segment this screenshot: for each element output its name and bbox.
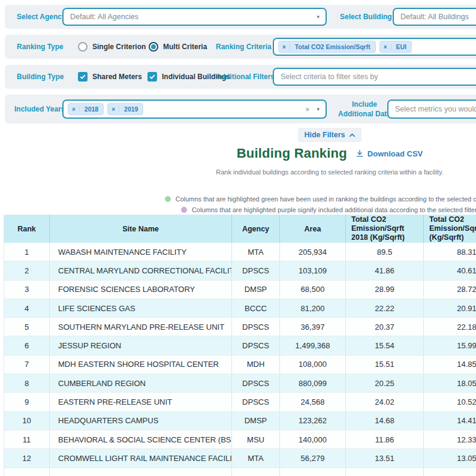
table-cell: 40.61 xyxy=(424,261,476,279)
table-header-row: RankSite NameAgencyAreaTotal CO2 Emissio… xyxy=(4,215,476,243)
table-cell: 1 xyxy=(4,243,50,261)
table-cell: DPSCS xyxy=(232,318,280,336)
tag-pill: ×Total CO2 Emission/Sqrft xyxy=(278,41,376,53)
table-cell: 15.99 xyxy=(424,336,476,354)
table-cell: 4 xyxy=(4,299,50,317)
table-cell: 10 xyxy=(4,412,50,430)
building-select[interactable]: Default: All Buildings xyxy=(393,8,476,26)
tag-remove-icon[interactable]: × xyxy=(108,106,119,113)
legend-dot-icon xyxy=(181,207,187,213)
table-cell: DPSCS xyxy=(232,393,280,411)
ranking-criteria-label: Ranking Criteria xyxy=(216,43,272,51)
tag-remove-icon[interactable]: × xyxy=(279,44,290,50)
included-years-multiselect[interactable]: ×2018×2019 × ▾ xyxy=(62,100,327,119)
filter-bar-agency: Select Agency Default: All Agencies ▾ Se… xyxy=(5,5,476,29)
tag-remove-icon[interactable]: × xyxy=(380,44,391,50)
table-cell: 11.86 xyxy=(346,430,424,448)
table-cell: 88.31 xyxy=(424,243,476,261)
table-cell: CENTRAL MARYLAND CORRECTIONAL FACILITY xyxy=(50,261,232,279)
ranking-criteria-multiselect[interactable]: ×Total CO2 Emission/Sqrft×EUI xyxy=(273,38,476,56)
table-row: 7MDH EASTERN SHORE HOSPITAL CENTERMDH108… xyxy=(4,356,476,374)
table-row: 5SOUTHERN MARYLAND PRE-RELEASE UNITDPSCS… xyxy=(4,318,476,336)
page-subtitle: Rank individual buildings according to s… xyxy=(0,168,476,176)
check-icon xyxy=(149,74,155,80)
table-cell: MTA xyxy=(232,243,280,261)
tag-remove-icon[interactable]: × xyxy=(68,106,80,113)
table-cell: 89.5 xyxy=(346,243,424,261)
agency-select[interactable]: Default: All Agencies ▾ xyxy=(62,8,327,26)
table-header-cell: Total CO2 Emission/Sqrft 2018 (Kg/Sqrft) xyxy=(346,215,424,243)
filter-bar-ranking: Ranking Type Single Criterion Multi Crit… xyxy=(5,35,476,59)
table-row: 1WABASH MAINTENANCE FACILITYMTA205,93489… xyxy=(4,243,476,261)
table-cell: 28.99 xyxy=(346,281,424,299)
table-cell: DPSCS xyxy=(232,261,280,279)
table-header-cell: Area xyxy=(280,215,346,243)
table-cell: 56,279 xyxy=(280,449,346,467)
table-cell: DPSCS xyxy=(232,374,280,392)
tag-pill: ×2018 xyxy=(68,103,104,115)
include-additional-data-input[interactable] xyxy=(387,100,476,119)
table-cell: 103,109 xyxy=(280,261,346,279)
table-cell: CUMBERLAND REGION xyxy=(50,374,232,392)
table-cell: 24.02 xyxy=(346,393,424,411)
table-cell: 22.18 xyxy=(424,318,476,336)
table-cell: MDH EASTERN SHORE HOSPITAL CENTER xyxy=(50,356,232,373)
table-cell xyxy=(232,468,280,476)
table-cell: JESSUP REGION xyxy=(50,336,232,354)
table-header-cell: Agency xyxy=(232,215,280,243)
table-cell: 880,099 xyxy=(280,374,346,392)
additional-filters-input[interactable] xyxy=(273,68,476,86)
table-cell: DMSP xyxy=(232,412,280,430)
table-cell: BEHAVIORAL & SOCIAL SCIENCE CENTER (BSSC… xyxy=(50,430,232,448)
checkbox-shared-meters-label: Shared Meters xyxy=(92,73,142,81)
table-cell: SOUTHERN MARYLAND PRE-RELEASE UNIT xyxy=(50,318,232,336)
table-cell: 123,262 xyxy=(280,412,346,430)
table-cell: 15.54 xyxy=(346,336,424,354)
table-cell: 5 xyxy=(4,318,50,336)
chevron-down-icon[interactable]: ▾ xyxy=(314,106,326,112)
table-cell: 11 xyxy=(4,430,50,448)
table-row: 6JESSUP REGIONDPSCS1,499,36815.5415.99 xyxy=(4,336,476,355)
radio-multi-criteria[interactable] xyxy=(149,42,158,52)
table-cell: 14.85 xyxy=(424,356,476,373)
table-cell: LIFE SCIENCES GAS xyxy=(50,299,232,317)
checkbox-shared-meters[interactable] xyxy=(78,72,88,82)
page-title: Building Ranking xyxy=(237,146,347,161)
table-cell: 2 xyxy=(4,261,50,279)
table-cell: 68,500 xyxy=(280,281,346,299)
filter-bar-building-type: Building Type Shared Meters Individual B… xyxy=(5,65,476,89)
download-csv-label: Download CSV xyxy=(367,149,423,158)
radio-single-criterion[interactable] xyxy=(78,42,88,52)
tag-label: Total CO2 Emission/Sqrft xyxy=(290,43,375,50)
clear-icon[interactable]: × xyxy=(305,105,315,114)
checkbox-individual-buildings[interactable] xyxy=(147,72,157,82)
table-cell: HEADQUARTERS CAMPUS xyxy=(50,412,232,430)
table-cell: 8 xyxy=(4,374,50,392)
table-cell: 81,200 xyxy=(280,299,346,317)
hide-filters-button[interactable]: Hide Filters xyxy=(298,128,361,142)
table-cell xyxy=(280,468,346,476)
table-cell: 18.05 xyxy=(424,374,476,392)
table-header-cell: Rank xyxy=(4,215,50,243)
table-cell: MSU xyxy=(232,430,280,448)
table-cell: 12.33 xyxy=(424,430,476,448)
legend-line: Columns that are highlighted green have … xyxy=(0,194,476,204)
building-type-label: Building Type xyxy=(17,73,64,81)
download-csv-button[interactable]: Download CSV xyxy=(356,149,423,158)
table-row: 2CENTRAL MARYLAND CORRECTIONAL FACILITYD… xyxy=(4,261,476,280)
table-cell: 41.86 xyxy=(346,261,424,279)
table-cell: FORENSIC SCIENCES LABORATORY xyxy=(50,281,232,299)
radio-multi-criteria-label: Multi Criteria xyxy=(163,43,207,51)
table-row: 10HEADQUARTERS CAMPUSDMSP123,26214.6814.… xyxy=(4,412,476,430)
include-additional-data-label: Include Additional Data xyxy=(335,100,394,119)
table-header-cell: Total CO2 Emission/Sqrft 2019 (Kg/Sqrft) xyxy=(424,215,476,243)
table-cell: 9 xyxy=(4,393,50,411)
table-row: 9EASTERN PRE-RELEASE UNITDPSCS24,56824.0… xyxy=(4,393,476,411)
included-years-label: Included Years xyxy=(14,105,65,113)
table-row: 8CUMBERLAND REGIONDPSCS880,09920.2518.05 xyxy=(4,374,476,393)
legend-text: Columns that are highlighted purple sign… xyxy=(192,206,476,213)
agency-select-value: Default: All Agencies xyxy=(64,13,314,21)
filter-bar-years: Included Years ×2018×2019 × ▾ Include Ad… xyxy=(5,95,476,123)
chevron-down-icon: ▾ xyxy=(314,14,326,20)
table-cell: 3 xyxy=(4,281,50,299)
